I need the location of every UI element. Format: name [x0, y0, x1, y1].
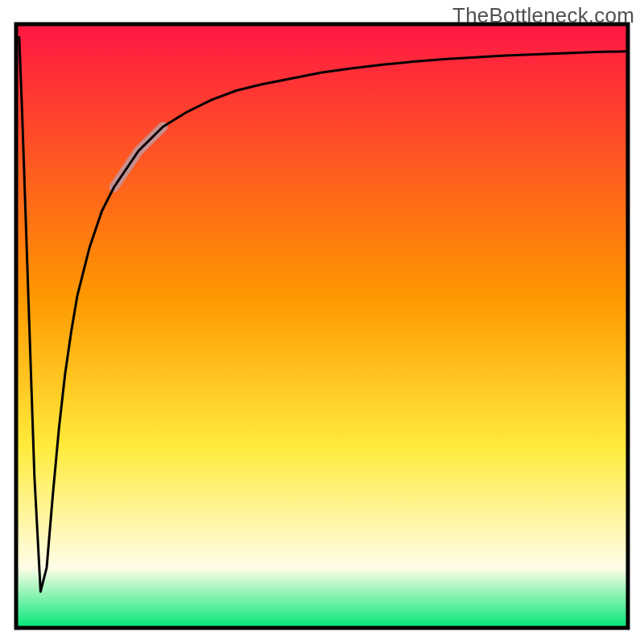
bottleneck-chart: [0, 0, 644, 644]
plot-background: [16, 24, 628, 628]
watermark-label: TheBottleneck.com: [452, 3, 634, 28]
chart-container: TheBottleneck.com: [0, 0, 644, 644]
